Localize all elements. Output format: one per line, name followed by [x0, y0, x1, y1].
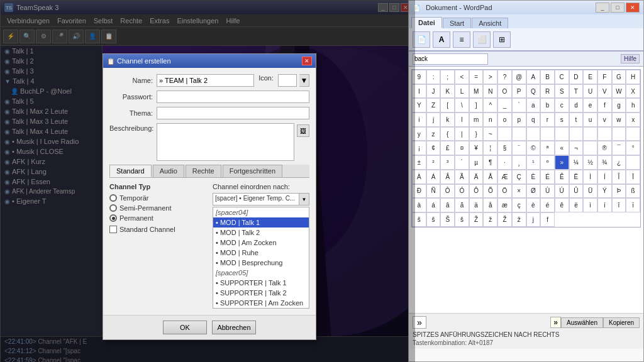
char-cell[interactable]: Õ: [483, 184, 497, 199]
standard-channel-checkbox[interactable]: [109, 226, 117, 233]
char-cell[interactable]: Ì: [583, 170, 597, 184]
radio-temporaer[interactable]: Temporär: [109, 194, 206, 202]
char-cell[interactable]: b: [540, 98, 555, 112]
char-cell[interactable]: ¿: [612, 155, 626, 170]
char-cell[interactable]: Å: [483, 170, 497, 184]
char-cell[interactable]: {: [440, 127, 455, 141]
char-cell[interactable]: ~: [483, 127, 497, 141]
char-cell[interactable]: Ø: [526, 184, 541, 199]
char-cell[interactable]: ß: [626, 184, 640, 199]
char-cell[interactable]: Ë: [569, 170, 584, 184]
char-cell[interactable]: [497, 127, 512, 141]
char-cell[interactable]: º: [540, 155, 555, 170]
char-cell[interactable]: š: [426, 212, 441, 227]
char-cell[interactable]: >: [483, 70, 497, 84]
char-cell[interactable]: [540, 127, 555, 141]
char-cell[interactable]: S: [555, 84, 569, 99]
wp-kopieren-btn[interactable]: Kopieren: [603, 317, 640, 328]
char-cell[interactable]: m: [469, 112, 484, 127]
radio-semi[interactable]: Semi-Permanent: [109, 204, 206, 212]
char-cell[interactable]: z: [426, 127, 441, 141]
char-cell[interactable]: [526, 127, 541, 141]
char-cell[interactable]: <: [455, 70, 469, 84]
theme-input[interactable]: [157, 107, 309, 119]
dropdown-mod-ruhe[interactable]: • MOD | Ruhe: [213, 248, 309, 258]
char-cell[interactable]: ®: [597, 141, 612, 155]
tab-rechte[interactable]: Rechte: [186, 165, 221, 177]
char-cell[interactable]: ä: [469, 198, 484, 212]
char-cell[interactable]: Ñ: [426, 184, 441, 199]
dropdown-supporter-talk2[interactable]: • SUPPORTER | Talk 2: [213, 288, 309, 298]
char-cell[interactable]: ¥: [469, 141, 484, 155]
char-cell[interactable]: p: [512, 112, 526, 127]
char-cell[interactable]: Ô: [469, 184, 484, 199]
wp-maximize-btn[interactable]: □: [611, 3, 625, 13]
wp-minimize-btn[interactable]: _: [596, 3, 609, 13]
wp-ribbon-bold-btn[interactable]: A: [433, 31, 450, 48]
char-cell[interactable]: N: [483, 84, 497, 99]
icon-select-dropdown[interactable]: ▼: [299, 74, 309, 87]
char-cell[interactable]: M: [469, 84, 484, 99]
dropdown-mod-talk1[interactable]: • MOD | Talk 1: [213, 217, 309, 228]
char-cell[interactable]: :: [426, 70, 441, 84]
char-cell[interactable]: G: [612, 70, 626, 84]
char-cell[interactable]: J: [426, 84, 441, 99]
char-cell[interactable]: â: [440, 198, 455, 212]
char-cell[interactable]: ­: [583, 141, 597, 155]
char-cell[interactable]: f: [597, 98, 612, 112]
char-cell[interactable]: µ: [469, 155, 484, 170]
char-cell[interactable]: ©: [526, 141, 541, 155]
char-cell[interactable]: ´: [455, 155, 469, 170]
char-cell[interactable]: ^: [483, 98, 497, 112]
char-cell[interactable]: O: [497, 84, 512, 99]
char-cell[interactable]: ·: [497, 155, 512, 170]
char-cell[interactable]: Z: [426, 98, 441, 112]
char-cell[interactable]: °: [626, 141, 640, 155]
char-cell[interactable]: P: [512, 84, 526, 99]
char-cell[interactable]: Ž: [469, 212, 484, 227]
char-cell[interactable]: x: [626, 112, 640, 127]
char-cell[interactable]: ½: [583, 155, 597, 170]
dropdown-mod-besprechung[interactable]: • MOD | Besprechung: [213, 258, 309, 268]
dropdown-mod-am-zocken[interactable]: • MOD | Am Zocken: [213, 238, 309, 248]
char-cell[interactable]: a: [526, 98, 541, 112]
tab-standard[interactable]: Standard: [109, 165, 152, 177]
char-cell[interactable]: Í: [597, 170, 612, 184]
char-cell[interactable]: ¾: [597, 155, 612, 170]
char-cell[interactable]: W: [612, 84, 626, 99]
char-cell[interactable]: ³: [440, 155, 455, 170]
char-cell[interactable]: w: [612, 112, 626, 127]
char-cell[interactable]: ?: [497, 70, 512, 84]
char-cell[interactable]: ¶: [483, 155, 497, 170]
char-cell[interactable]: ¯: [612, 141, 626, 155]
dropdown-supporter-talk1[interactable]: • SUPPORTER | Talk 1: [213, 278, 309, 288]
char-cell[interactable]: d: [569, 98, 584, 112]
char-cell[interactable]: D: [569, 70, 584, 84]
char-cell[interactable]: }: [469, 127, 484, 141]
char-cell[interactable]: U: [583, 84, 597, 99]
description-textarea[interactable]: [157, 123, 294, 161]
name-input[interactable]: [157, 74, 254, 87]
char-cell[interactable]: e: [583, 98, 597, 112]
wp-ribbon-align-btn[interactable]: ≡: [453, 31, 470, 48]
wp-ribbon-find-btn[interactable]: ⊞: [493, 31, 511, 48]
char-cell[interactable]: ¨: [512, 141, 526, 155]
wp-tab-start[interactable]: Start: [443, 18, 471, 28]
char-cell[interactable]: ;: [440, 70, 455, 84]
char-cell[interactable]: X: [626, 84, 640, 99]
tab-audio[interactable]: Audio: [153, 165, 184, 177]
char-cell[interactable]: F: [597, 70, 612, 84]
char-cell[interactable]: ž: [483, 212, 497, 227]
char-cell[interactable]: =: [469, 70, 484, 84]
char-cell[interactable]: q: [526, 112, 541, 127]
char-cell[interactable]: ª: [540, 141, 555, 155]
standard-channel-checkbox-row[interactable]: Standard Channel: [109, 226, 206, 233]
char-cell[interactable]: Ö: [497, 184, 512, 199]
char-cell[interactable]: Þ: [612, 184, 626, 199]
tab-fortgeschritten[interactable]: Fortgeschritten: [223, 165, 282, 177]
char-cell[interactable]: ²: [426, 155, 441, 170]
wp-tab-datei[interactable]: Datei: [411, 17, 442, 28]
char-cell[interactable]: [555, 127, 569, 141]
char-cell[interactable]: É: [540, 170, 555, 184]
char-cell[interactable]: Ó: [455, 184, 469, 199]
